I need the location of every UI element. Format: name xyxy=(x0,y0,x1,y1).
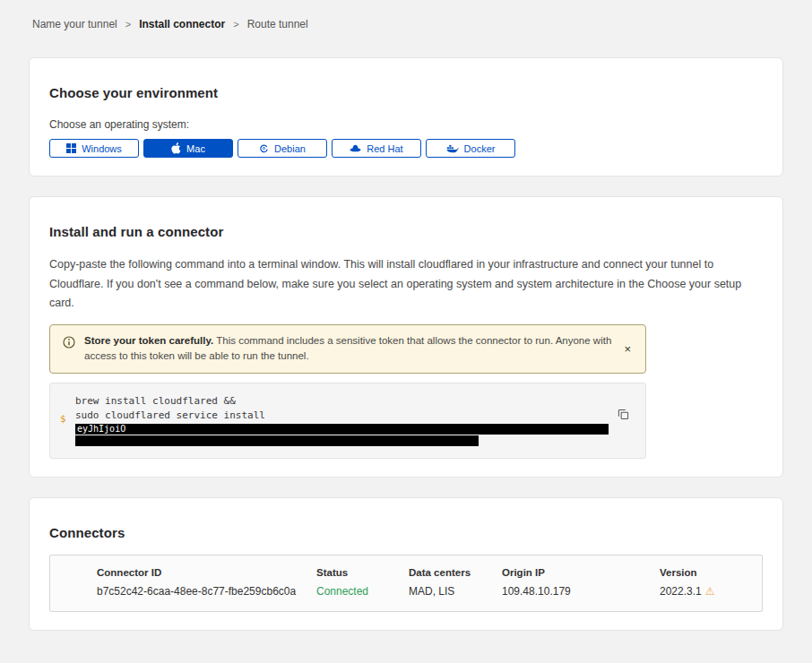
os-button-label: Red Hat xyxy=(367,143,402,154)
version-value: 2022.3.1 xyxy=(660,585,702,598)
col-header-connector-id: Connector ID xyxy=(97,567,316,578)
code-line-2: sudo cloudflared service install xyxy=(75,409,609,423)
debian-icon xyxy=(259,143,269,153)
close-icon[interactable]: × xyxy=(620,341,635,357)
environment-card-title: Choose your environment xyxy=(49,85,763,100)
col-header-data-centers: Data centers xyxy=(409,567,502,578)
token-prefix: eyJhIjoiO xyxy=(77,424,125,434)
os-button-docker[interactable]: Docker xyxy=(426,139,515,158)
os-button-windows[interactable]: Windows xyxy=(49,139,139,158)
copy-icon[interactable] xyxy=(616,407,631,425)
os-button-label: Docker xyxy=(464,143,496,154)
os-button-label: Debian xyxy=(274,143,306,154)
install-connector-card: Install and run a connector Copy-paste t… xyxy=(29,196,783,478)
cell-connector-id: b7c52c42-6caa-48ee-8c77-fbe259cb6c0a xyxy=(97,585,316,598)
redacted-token-bar: eyJhIjoiO xyxy=(75,424,609,435)
windows-icon xyxy=(66,143,76,153)
col-header-origin-ip: Origin IP xyxy=(502,567,660,578)
apple-icon xyxy=(171,142,181,154)
status-badge: Connected xyxy=(316,585,409,598)
os-button-label: Mac xyxy=(186,143,205,154)
terminal-prompt: $ xyxy=(60,413,66,425)
os-button-redhat[interactable]: Red Hat xyxy=(332,139,421,158)
connectors-table: Connector ID Status Data centers Origin … xyxy=(49,555,763,612)
col-header-version: Version xyxy=(660,567,753,578)
step-name-your-tunnel[interactable]: Name your tunnel xyxy=(32,18,117,30)
table-header-row: Connector ID Status Data centers Origin … xyxy=(97,567,753,578)
os-button-mac[interactable]: Mac xyxy=(143,139,233,158)
warning-icon: ⚠ xyxy=(705,585,715,598)
token-warning-alert: Store your token carefully. This command… xyxy=(49,324,646,375)
tunnel-setup-page: Name your tunnel > Install connector > R… xyxy=(0,0,812,663)
environment-card: Choose your environment Choose an operat… xyxy=(29,57,783,177)
info-icon xyxy=(63,336,75,352)
cell-version: 2022.3.1⚠ xyxy=(660,585,753,598)
breadcrumb-separator: > xyxy=(233,19,238,30)
os-button-group: Windows Mac Debian Red Hat Docker xyxy=(49,139,763,158)
code-line-1: brew install cloudflared && xyxy=(75,394,609,409)
step-route-tunnel[interactable]: Route tunnel xyxy=(247,18,308,30)
os-button-debian[interactable]: Debian xyxy=(238,139,327,158)
cell-data-centers: MAD, LIS xyxy=(409,585,502,598)
install-card-title: Install and run a connector xyxy=(49,224,763,239)
install-description: Copy-paste the following command into a … xyxy=(49,255,762,314)
docker-icon xyxy=(446,144,459,153)
alert-text: Store your token carefully. This command… xyxy=(84,333,611,366)
redacted-token-bar xyxy=(75,435,479,446)
step-install-connector[interactable]: Install connector xyxy=(139,18,225,30)
cell-origin-ip: 109.48.10.179 xyxy=(502,585,660,598)
redhat-icon xyxy=(350,144,361,152)
os-button-label: Windows xyxy=(82,143,122,154)
connectors-card-title: Connectors xyxy=(49,525,763,540)
table-row: b7c52c42-6caa-48ee-8c77-fbe259cb6c0a Con… xyxy=(97,585,753,598)
breadcrumb-separator: > xyxy=(125,19,131,30)
breadcrumb: Name your tunnel > Install connector > R… xyxy=(32,18,783,30)
os-select-label: Choose an operating system: xyxy=(49,118,763,131)
col-header-status: Status xyxy=(316,567,409,578)
alert-text-bold: Store your token carefully. xyxy=(84,335,213,346)
install-command-code-block: $ brew install cloudflared && sudo cloud… xyxy=(49,383,646,459)
connectors-card: Connectors Connector ID Status Data cent… xyxy=(29,497,783,631)
